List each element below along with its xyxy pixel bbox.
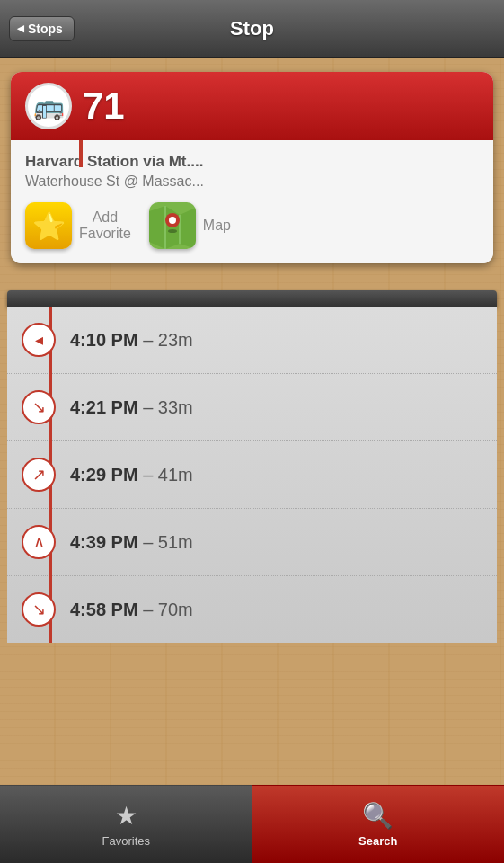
add-favorite-button[interactable]: ⭐ AddFavorite — [25, 202, 131, 249]
time-icon-1: ◂ — [22, 323, 56, 357]
schedule-item[interactable]: ↘ 4:58 PM – 70m — [7, 576, 497, 643]
favorites-tab-label: Favorites — [102, 834, 150, 848]
add-favorite-label: AddFavorite — [79, 209, 131, 242]
bus-icon: 🚌 — [33, 92, 65, 121]
favorite-icon: ⭐ — [25, 202, 72, 249]
stop-actions: ⭐ AddFavorite — [25, 202, 479, 249]
map-label: Map — [203, 218, 231, 234]
schedule-list: ◂ 4:10 PM – 23m ↘ 4:21 PM – 33m ↗ 4:29 P… — [7, 307, 497, 643]
page-title: Stop — [230, 17, 274, 40]
schedule-time-5: 4:58 PM — [70, 600, 143, 620]
schedule-item[interactable]: ∧ 4:39 PM – 51m — [7, 509, 497, 576]
schedule-duration-2: – 33m — [143, 397, 193, 418]
schedule-duration-5: – 70m — [143, 600, 193, 620]
schedule-duration-1: – 23m — [143, 330, 193, 351]
schedule-item[interactable]: ↘ 4:21 PM – 33m — [7, 374, 497, 441]
time-icon-5: ↘ — [22, 592, 56, 627]
map-icon — [149, 202, 196, 249]
tab-favorites[interactable]: ★ Favorites — [0, 785, 252, 863]
schedule-time-1: 4:10 PM — [70, 330, 143, 351]
schedule-duration-4: – 51m — [143, 532, 193, 553]
stop-card-body: Harvard Station via Mt.... Waterhouse St… — [11, 140, 493, 263]
main-content: 🚌 71 Harvard Station via Mt.... Waterhou… — [0, 58, 504, 290]
stop-card: 🚌 71 Harvard Station via Mt.... Waterhou… — [11, 72, 493, 263]
back-button[interactable]: Stops — [9, 16, 75, 41]
search-tab-label: Search — [358, 834, 397, 848]
schedule-duration-3: – 41m — [143, 465, 193, 485]
bus-icon-circle: 🚌 — [25, 83, 72, 129]
tab-bar: ★ Favorites 🔍 Search — [0, 785, 504, 863]
tab-search[interactable]: 🔍 Search — [252, 785, 505, 863]
svg-point-6 — [168, 229, 177, 233]
schedule-item[interactable]: ↗ 4:29 PM – 41m — [7, 441, 497, 509]
map-button[interactable]: Map — [149, 202, 231, 249]
time-icon-4: ∧ — [22, 525, 56, 559]
favorites-star-icon: ★ — [115, 801, 137, 831]
schedule-item[interactable]: ◂ 4:10 PM – 23m — [7, 307, 497, 374]
schedule-section: ◂ 4:10 PM – 23m ↘ 4:21 PM – 33m ↗ 4:29 P… — [7, 290, 497, 643]
schedule-time-3: 4:29 PM — [70, 465, 143, 485]
time-icon-3: ↗ — [22, 458, 56, 492]
back-label: Stops — [28, 22, 63, 36]
stop-destination: Harvard Station via Mt.... — [25, 153, 479, 171]
schedule-time-4: 4:39 PM — [70, 532, 143, 553]
stop-card-header: 🚌 71 — [11, 72, 493, 140]
stop-location: Waterhouse St @ Massac... — [25, 173, 479, 190]
time-icon-2: ↘ — [22, 390, 56, 424]
route-number: 71 — [83, 85, 125, 128]
schedule-top-bar — [7, 290, 497, 307]
svg-point-5 — [169, 217, 176, 224]
navigation-bar: Stops Stop — [0, 0, 504, 58]
schedule-time-2: 4:21 PM — [70, 397, 143, 418]
search-icon: 🔍 — [362, 801, 393, 831]
